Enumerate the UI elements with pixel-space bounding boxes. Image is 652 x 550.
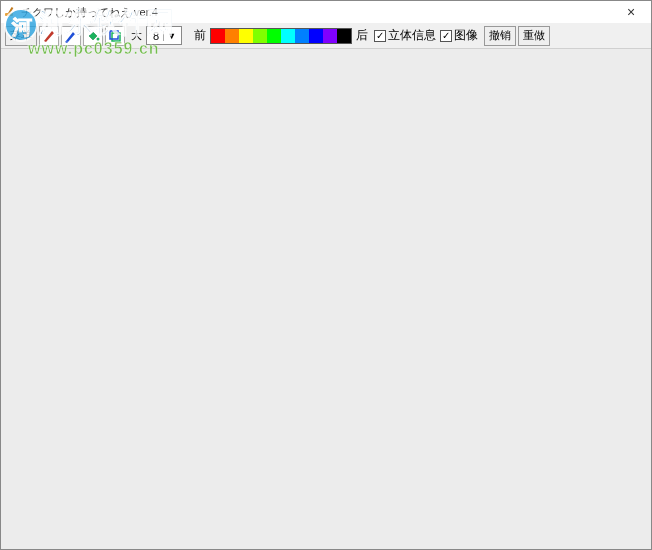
chevron-down-icon: ▼ (163, 31, 179, 41)
color-palette (210, 28, 352, 44)
menu-label: 菜单 (10, 28, 32, 43)
pen-icon (42, 29, 56, 43)
color-swatch[interactable] (309, 29, 323, 43)
app-icon (3, 5, 17, 19)
svg-rect-3 (112, 33, 120, 41)
window-title: チクワしか持ってねえ ver.4 (21, 5, 613, 20)
checkbox-box-icon: ✓ (440, 30, 452, 42)
fill-tool-button[interactable] (83, 26, 103, 46)
image-checkbox[interactable]: ✓ 图像 (440, 27, 478, 44)
color-swatch[interactable] (211, 29, 225, 43)
toolbar: 菜单 大 8 ▼ (1, 23, 651, 49)
color-swatch[interactable] (281, 29, 295, 43)
menu-button[interactable]: 菜单 (5, 26, 37, 46)
size-select[interactable]: 8 ▼ (146, 26, 182, 45)
size-label: 大 (131, 28, 142, 43)
canvas-area[interactable] (1, 49, 651, 549)
color-swatch[interactable] (337, 29, 351, 43)
shape-icon (108, 29, 122, 43)
color-swatch[interactable] (267, 29, 281, 43)
undo-label: 撤销 (489, 28, 511, 43)
redo-button[interactable]: 重做 (518, 26, 550, 46)
info3d-checkbox[interactable]: ✓ 立体信息 (374, 27, 436, 44)
image-checkbox-label: 图像 (454, 27, 478, 44)
svg-rect-1 (8, 7, 13, 14)
undo-button[interactable]: 撤销 (484, 26, 516, 46)
color-swatch[interactable] (239, 29, 253, 43)
brush-tool-button[interactable] (61, 26, 81, 46)
color-swatch[interactable] (295, 29, 309, 43)
svg-point-2 (97, 37, 100, 40)
title-bar: チクワしか持ってねえ ver.4 × (1, 1, 651, 23)
fill-icon (86, 29, 100, 43)
checkbox-box-icon: ✓ (374, 30, 386, 42)
color-swatch[interactable] (323, 29, 337, 43)
close-button[interactable]: × (613, 1, 649, 23)
redo-label: 重做 (523, 28, 545, 43)
app-window: チクワしか持ってねえ ver.4 × 菜单 (0, 0, 652, 550)
color-swatch[interactable] (225, 29, 239, 43)
color-swatch[interactable] (253, 29, 267, 43)
svg-rect-4 (110, 31, 118, 39)
size-value: 8 (149, 30, 163, 42)
close-icon: × (627, 4, 635, 20)
background-label: 后 (356, 27, 368, 44)
brush-icon (64, 29, 78, 43)
shape-tool-button[interactable] (105, 26, 125, 46)
foreground-label: 前 (194, 27, 206, 44)
info3d-checkbox-label: 立体信息 (388, 27, 436, 44)
pen-tool-button[interactable] (39, 26, 59, 46)
